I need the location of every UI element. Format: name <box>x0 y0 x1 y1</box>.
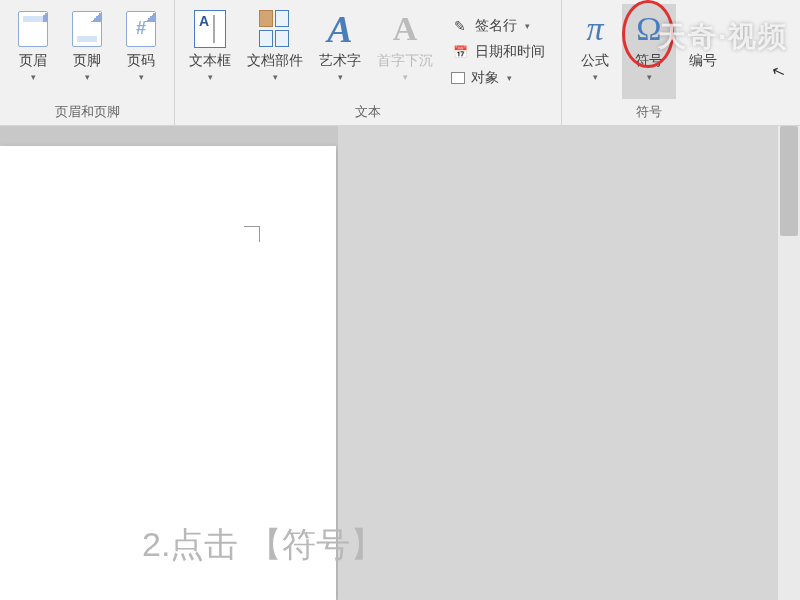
textbox-icon <box>194 10 226 48</box>
chevron-down-icon: ▾ <box>403 72 408 82</box>
doc-parts-label: 文档部件 <box>247 52 303 70</box>
chevron-down-icon: ▾ <box>593 72 598 82</box>
chevron-down-icon: ▾ <box>273 72 278 82</box>
group-symbols-label: 符号 <box>568 99 730 125</box>
chevron-down-icon: ▾ <box>208 72 213 82</box>
doc-parts-button[interactable]: 文档部件 ▾ <box>239 4 311 99</box>
group-text: 文本框 ▾ 文档部件 ▾ A 艺术字 ▾ A 首字下沉 ▾ ✎ 签名 <box>175 0 562 125</box>
textbox-button[interactable]: 文本框 ▾ <box>181 4 239 99</box>
equation-label: 公式 <box>581 52 609 70</box>
textbox-label: 文本框 <box>189 52 231 70</box>
instruction-text: 2.点击 【符号】 <box>142 522 384 568</box>
margin-corner-mark <box>244 226 260 242</box>
chevron-down-icon: ▾ <box>647 72 652 82</box>
doc-parts-icon <box>259 10 291 48</box>
dropcap-label: 首字下沉 <box>377 52 433 70</box>
group-header-footer-label: 页眉和页脚 <box>6 99 168 125</box>
wordart-icon: A <box>327 7 352 51</box>
group-header-footer: 页眉 ▾ 页脚 ▾ 页码 ▾ 页眉和页脚 <box>0 0 175 125</box>
header-button[interactable]: 页眉 ▾ <box>6 4 60 99</box>
chevron-down-icon: ▾ <box>338 72 343 82</box>
signature-label: 签名行 <box>475 17 517 35</box>
object-icon <box>451 72 465 84</box>
signature-button[interactable]: ✎ 签名行 ▾ <box>447 15 549 37</box>
datetime-label: 日期和时间 <box>475 43 545 61</box>
wordart-button[interactable]: A 艺术字 ▾ <box>311 4 369 99</box>
scrollbar-thumb[interactable] <box>780 126 798 236</box>
pi-icon: π <box>586 10 603 48</box>
chevron-down-icon: ▾ <box>31 72 36 82</box>
header-label: 页眉 <box>19 52 47 70</box>
footer-button[interactable]: 页脚 ▾ <box>60 4 114 99</box>
footer-icon <box>72 11 102 47</box>
chevron-down-icon: ▾ <box>139 72 144 82</box>
footer-label: 页脚 <box>73 52 101 70</box>
chevron-down-icon: ▾ <box>85 72 90 82</box>
page-number-button[interactable]: 页码 ▾ <box>114 4 168 99</box>
gray-background <box>338 126 800 600</box>
dropcap-icon: A <box>393 10 418 48</box>
page-number-label: 页码 <box>127 52 155 70</box>
page-number-icon <box>126 11 156 47</box>
chevron-down-icon: ▾ <box>507 73 512 83</box>
wordart-label: 艺术字 <box>319 52 361 70</box>
object-label: 对象 <box>471 69 499 87</box>
equation-button[interactable]: π 公式 ▾ <box>568 4 622 99</box>
header-icon <box>18 11 48 47</box>
watermark-text: 天奇·视频 <box>658 18 788 56</box>
dropcap-button[interactable]: A 首字下沉 ▾ <box>369 4 441 99</box>
object-button[interactable]: 对象 ▾ <box>447 67 549 89</box>
datetime-button[interactable]: 📅 日期和时间 <box>447 41 549 63</box>
pen-icon: ✎ <box>451 17 469 35</box>
chevron-down-icon: ▾ <box>525 21 530 31</box>
calendar-icon: 📅 <box>451 43 469 61</box>
group-text-label: 文本 <box>181 99 555 125</box>
vertical-scrollbar[interactable] <box>778 126 800 600</box>
